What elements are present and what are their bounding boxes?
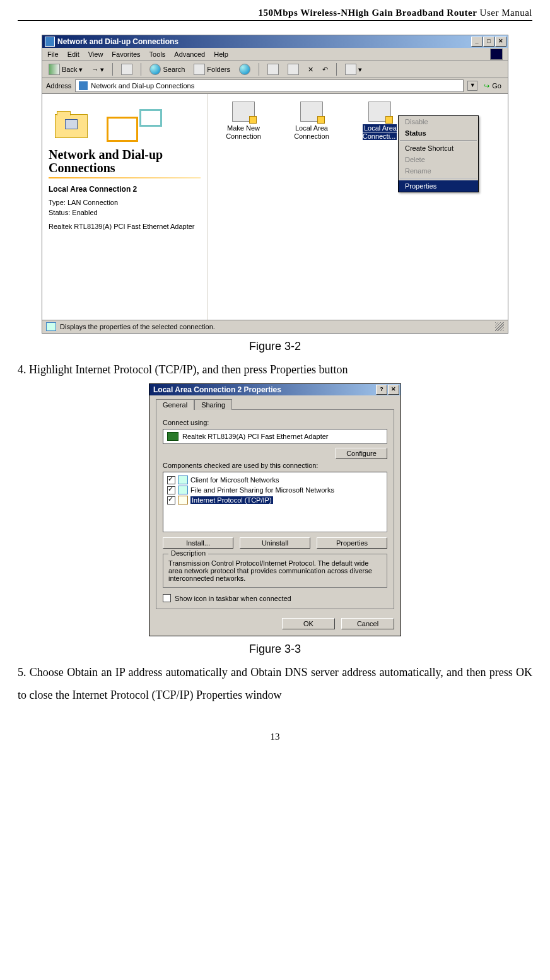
chevron-down-icon: ▾: [358, 66, 362, 74]
step-5-text: 5. Choose Obtain an IP address automatic…: [18, 661, 532, 706]
local-area-connection-2-label: Local Area Connecti...: [363, 124, 397, 140]
toolbar-separator: [336, 63, 337, 76]
tab-panel-general: Connect using: Realtek RTL8139(A) PCI Fa…: [156, 409, 394, 609]
ie-logo-icon: [490, 49, 503, 60]
ctx-delete[interactable]: Delete: [399, 154, 478, 165]
menu-edit[interactable]: Edit: [67, 50, 79, 58]
back-label: Back: [62, 66, 77, 73]
delete-icon: ✕: [308, 66, 313, 74]
info-pane-selected-name: Local Area Connection 2: [49, 185, 201, 194]
ctx-rename[interactable]: Rename: [399, 165, 478, 177]
help-button[interactable]: ?: [376, 385, 387, 395]
install-button[interactable]: Install...: [163, 537, 233, 549]
close-button[interactable]: ✕: [388, 385, 399, 395]
maximize-button[interactable]: □: [483, 37, 494, 47]
checkbox-unchecked-icon[interactable]: [163, 594, 171, 602]
window-title: Network and Dial-up Connections: [57, 37, 178, 46]
address-input[interactable]: Network and Dial-up Connections: [75, 79, 464, 92]
step-4-text: 4. Highlight Internet Protocol (TCP/IP),…: [18, 358, 532, 381]
uninstall-button[interactable]: Uninstall: [240, 537, 310, 549]
search-button[interactable]: Search: [147, 63, 187, 76]
undo-button[interactable]: ↶: [320, 65, 331, 74]
component-tcpip[interactable]: Internet Protocol (TCP/IP): [167, 495, 383, 505]
tab-sharing[interactable]: Sharing: [194, 399, 232, 410]
menu-advanced[interactable]: Advanced: [174, 50, 205, 58]
local-area-connection-label: Local Area Connection: [294, 124, 329, 140]
statusbar-icon: [46, 322, 56, 331]
menu-file[interactable]: File: [47, 50, 59, 58]
tab-strip: General Sharing: [156, 399, 394, 410]
history-button[interactable]: [237, 63, 253, 76]
search-icon: [149, 64, 161, 75]
header-title-bold: 150Mbps Wireless-NHigh Gain Broadband Ro…: [259, 8, 477, 18]
go-button[interactable]: ↪ Go: [481, 81, 504, 91]
checkbox-checked-icon[interactable]: [167, 486, 175, 494]
info-pane-type: Type: LAN Connection: [49, 199, 201, 206]
info-pane-status: Status: Enabled: [49, 209, 201, 216]
address-dropdown-button[interactable]: ▼: [467, 81, 477, 91]
move-to-button[interactable]: [265, 63, 281, 76]
description-group: Description Transmission Control Protoco…: [163, 554, 387, 588]
views-button[interactable]: ▾: [342, 63, 365, 76]
cancel-button[interactable]: Cancel: [341, 618, 394, 629]
ctx-disable[interactable]: Disable: [399, 116, 478, 127]
folders-button[interactable]: Folders: [191, 63, 233, 76]
menu-tools[interactable]: Tools: [149, 50, 166, 58]
info-pane-rule: [49, 177, 201, 178]
checkbox-checked-icon[interactable]: [167, 476, 175, 484]
window-icon: [45, 37, 55, 47]
folders-label: Folders: [207, 66, 230, 73]
up-button[interactable]: [119, 63, 135, 76]
up-folder-icon: [121, 64, 132, 75]
menu-favorites[interactable]: Favorites: [112, 50, 140, 58]
info-pane: Network and Dial-up Connections Local Ar…: [42, 94, 208, 320]
page-number: 13: [18, 732, 532, 742]
go-arrow-icon: ↪: [484, 82, 489, 90]
history-icon: [239, 64, 250, 75]
component-file-printer-sharing[interactable]: File and Printer Sharing for Microsoft N…: [167, 485, 383, 495]
ctx-properties[interactable]: Properties: [399, 180, 478, 192]
window-titlebar[interactable]: Network and Dial-up Connections _ □ ✕: [42, 35, 508, 48]
dialog-footer: OK Cancel: [156, 618, 394, 629]
resize-grip[interactable]: [495, 322, 504, 331]
tab-general[interactable]: General: [156, 399, 194, 410]
local-area-connection-item[interactable]: Local Area Connection: [283, 102, 340, 141]
address-bar: Address Network and Dial-up Connections …: [42, 78, 508, 94]
make-new-connection-item[interactable]: Make New Connection: [215, 102, 272, 141]
delete-button[interactable]: ✕: [305, 65, 316, 74]
folder-art-icon: [49, 100, 201, 144]
component-client-ms-networks[interactable]: Client for Microsoft Networks: [167, 475, 383, 485]
ctx-create-shortcut[interactable]: Create Shortcut: [399, 143, 478, 154]
properties-button[interactable]: Properties: [317, 537, 387, 549]
header-title-light: User Manual: [477, 8, 532, 18]
show-icon-option[interactable]: Show icon in taskbar when connected: [163, 594, 387, 602]
back-arrow-icon: [49, 64, 60, 75]
back-button[interactable]: Back ▾: [46, 63, 85, 76]
configure-button[interactable]: Configure: [336, 448, 387, 459]
copy-to-icon: [288, 64, 299, 75]
dialog-titlebar[interactable]: Local Area Connection 2 Properties ? ✕: [149, 384, 401, 395]
ctx-status[interactable]: Status: [399, 127, 478, 139]
adapter-field: Realtek RTL8139(A) PCI Fast Ethernet Ada…: [163, 429, 387, 444]
figure-3-3-caption: Figure 3-3: [18, 643, 532, 656]
menu-view[interactable]: View: [88, 50, 103, 58]
move-to-icon: [267, 64, 279, 75]
show-icon-label: Show icon in taskbar when connected: [175, 595, 291, 602]
ctx-separator: [400, 178, 477, 179]
ok-button[interactable]: OK: [282, 618, 335, 629]
icon-view[interactable]: Make New Connection Local Area Connectio…: [208, 94, 508, 320]
ctx-separator: [400, 140, 477, 141]
checkbox-checked-icon[interactable]: [167, 496, 175, 505]
components-listbox[interactable]: Client for Microsoft Networks File and P…: [163, 472, 387, 532]
context-menu: Disable Status Create Shortcut Delete Re…: [398, 115, 479, 192]
adapter-name: Realtek RTL8139(A) PCI Fast Ethernet Ada…: [182, 433, 329, 440]
copy-to-button[interactable]: [285, 63, 301, 76]
dialog-body: General Sharing Connect using: Realtek R…: [149, 395, 401, 636]
info-pane-title: Network and Dial-up Connections: [49, 148, 201, 175]
minimize-button[interactable]: _: [471, 37, 483, 47]
close-button[interactable]: ✕: [495, 37, 506, 47]
go-label: Go: [492, 82, 501, 90]
toolbar-separator: [112, 63, 113, 76]
menu-help[interactable]: Help: [214, 50, 228, 58]
forward-button[interactable]: → ▾: [89, 65, 107, 74]
